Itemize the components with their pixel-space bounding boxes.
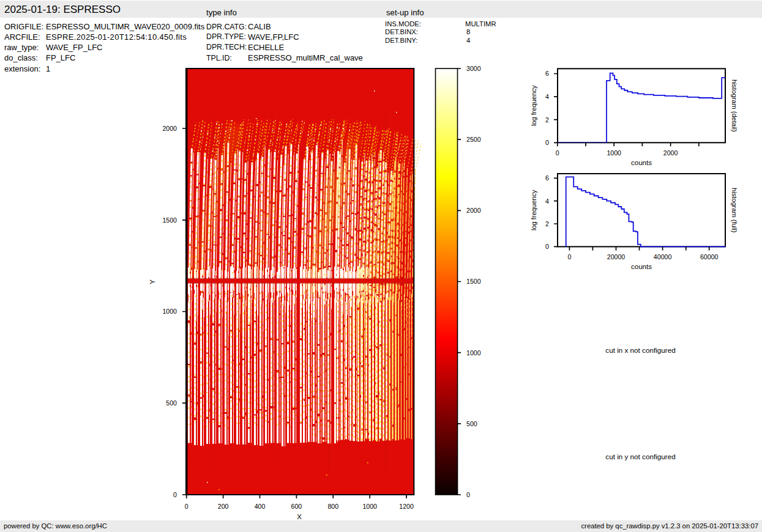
svg-text:1000: 1000 (362, 503, 377, 510)
svg-text:counts: counts (631, 159, 652, 166)
svg-text:counts: counts (631, 263, 652, 270)
svg-text:histogram (detail): histogram (detail) (731, 79, 738, 132)
svg-text:log frequency: log frequency (530, 190, 537, 231)
svg-text:2000: 2000 (466, 207, 481, 214)
svg-text:0: 0 (556, 149, 559, 157)
svg-text:4: 4 (545, 93, 549, 100)
svg-text:3000: 3000 (466, 65, 481, 72)
svg-text:1000: 1000 (466, 349, 481, 357)
svg-text:600: 600 (291, 503, 302, 510)
svg-text:0: 0 (185, 503, 189, 510)
svg-text:40000: 40000 (654, 253, 672, 260)
svg-text:1500: 1500 (162, 216, 177, 224)
svg-text:20000: 20000 (607, 253, 626, 260)
svg-text:1200: 1200 (399, 503, 414, 510)
svg-text:histogram (full): histogram (full) (731, 188, 738, 232)
svg-text:0: 0 (567, 253, 571, 260)
svg-text:200: 200 (218, 503, 229, 510)
svg-text:0: 0 (466, 491, 470, 498)
svg-text:1500: 1500 (466, 278, 481, 285)
svg-text:0: 0 (545, 139, 549, 146)
svg-text:6: 6 (545, 174, 549, 182)
svg-text:400: 400 (255, 503, 266, 510)
svg-text:1000: 1000 (607, 149, 621, 157)
svg-text:2000: 2000 (663, 149, 678, 157)
svg-text:4: 4 (545, 198, 549, 205)
svg-text:500: 500 (166, 399, 177, 407)
svg-text:0: 0 (173, 491, 177, 498)
svg-text:2000: 2000 (162, 125, 177, 132)
svg-text:Y: Y (149, 279, 156, 284)
svg-text:2: 2 (545, 116, 549, 124)
svg-text:60000: 60000 (700, 253, 719, 260)
svg-text:cut in y not configured: cut in y not configured (605, 453, 675, 460)
svg-text:800: 800 (327, 503, 338, 510)
svg-text:1000: 1000 (162, 308, 177, 315)
svg-text:log frequency: log frequency (530, 85, 537, 126)
svg-text:X: X (297, 513, 302, 520)
svg-text:cut in x not configured: cut in x not configured (605, 346, 675, 354)
svg-text:6: 6 (545, 70, 549, 77)
svg-text:0: 0 (545, 243, 549, 250)
svg-text:500: 500 (466, 420, 477, 427)
svg-text:2500: 2500 (466, 136, 481, 143)
svg-text:2: 2 (545, 220, 549, 227)
